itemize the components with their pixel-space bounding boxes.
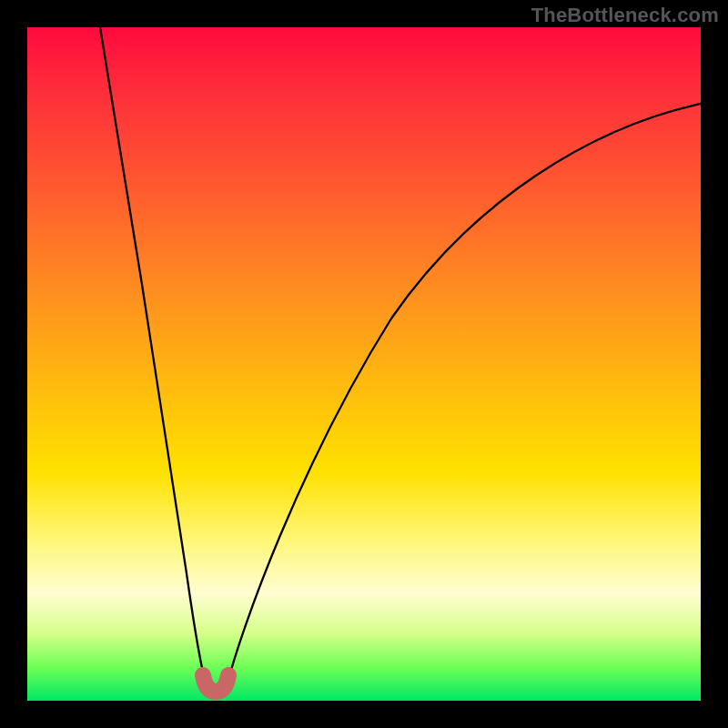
watermark-text: TheBottleneck.com bbox=[531, 4, 719, 27]
curve-layer bbox=[27, 27, 701, 701]
curve-left-arm bbox=[100, 27, 207, 690]
chart-frame: TheBottleneck.com bbox=[0, 0, 728, 728]
minimum-blob bbox=[203, 675, 228, 692]
plot-area bbox=[27, 27, 701, 701]
curve-right-arm bbox=[226, 104, 701, 690]
